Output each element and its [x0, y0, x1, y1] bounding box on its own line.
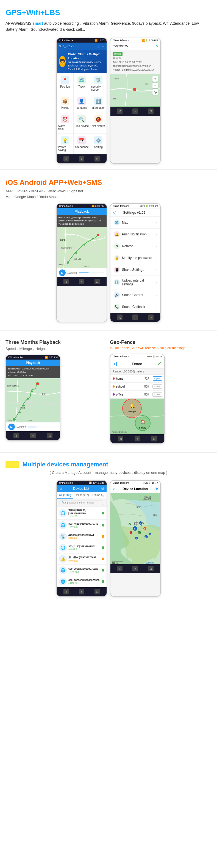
svg-text:深圳市龙华区: 深圳市龙华区 [7, 385, 19, 387]
app-banner: 🧒 Global Skinds Multiple Location GPS/WI… [57, 50, 106, 73]
svg-point-21 [23, 405, 25, 406]
grid-item-powersaving[interactable]: 💡 Power saving [57, 133, 73, 154]
nav-home-8[interactable]: ○ [132, 566, 138, 571]
svg-text:亚洲: 亚洲 [144, 496, 151, 500]
section4-sub: ( Creat a Manage Account，manage many dev… [5, 470, 212, 475]
nav-back-8[interactable]: ◁ [117, 566, 123, 571]
grid-item-notdisturb[interactable]: 🔕 Not disturb [90, 112, 106, 133]
settings-sound-callback[interactable]: 📞 Sound Callback › [111, 301, 160, 313]
tab-all[interactable]: All (1000) [57, 492, 73, 499]
nav-home[interactable]: ○ [79, 156, 84, 161]
device-status-dot-2 [102, 524, 104, 527]
nav-recent-3[interactable]: □ [94, 279, 100, 284]
svg-text:百度地图: 百度地图 [146, 562, 154, 564]
settings-upload-interval[interactable]: ⬆️ Upload interval settings › [111, 276, 160, 289]
device-search-input[interactable]: 🔍 input account/imei number [59, 500, 104, 505]
nav-back[interactable]: ◁ [63, 156, 69, 161]
device-item-3[interactable]: 📡 449838[359390075744 38% 稳上 [57, 531, 106, 542]
map-zoom-in[interactable]: ＋ [152, 76, 158, 82]
fence-rows: home 727 Open school 500 Close office 50… [111, 375, 164, 399]
nav-recent-8[interactable]: □ [148, 566, 154, 571]
phone1-statusbar: China Mobile 📶 18:03 [57, 38, 106, 42]
settings-modify-password[interactable]: 🔒 Modify the password › [111, 252, 160, 264]
map-zoom-out[interactable]: － [152, 83, 158, 88]
svg-rect-61 [112, 561, 123, 561]
fence-dot-school [113, 385, 115, 388]
app-grid: 📍 Position 🗺️ Track 🛡️ security scope 📦 … [57, 73, 106, 154]
device-list-header: ◁ Device List All [57, 485, 106, 492]
nav-recent-5[interactable]: □ [47, 433, 53, 438]
device-status-dot-6 [102, 569, 104, 571]
nav-home-7[interactable]: ○ [79, 589, 84, 594]
nav-home-5[interactable]: ○ [30, 433, 36, 438]
gps-map-area: 📍 N597 363 500m ＋ － ◎ [111, 74, 160, 107]
device-status-dot-1 [102, 512, 104, 515]
svg-text:4: 4 [144, 528, 145, 530]
settings-refresh[interactable]: ↻ Refresh › [111, 240, 160, 252]
section-gps-wifi-lbs: GPS+Wifi+LBS APP/Web/SMS smart auto voic… [0, 0, 217, 169]
grid-item-alarm[interactable]: ⏰ Alarm clock [57, 112, 73, 133]
phone8-statusbar: China Telecom 45%🔋 16:47 [111, 481, 160, 485]
nav-back-2[interactable]: ◁ [117, 108, 123, 114]
device-item-1[interactable]: 🌐 海哥3 [国营203] [359339075796 100% 稳上 [57, 507, 106, 520]
grid-item-contacts[interactable]: 👤 contacts [73, 94, 90, 112]
grid-item-setting[interactable]: ⚙️ Setting [90, 133, 106, 154]
fence-close-office[interactable]: Close [152, 392, 162, 397]
map-locate[interactable]: ◎ [152, 89, 158, 95]
section1-title: GPS+Wifi+LBS [5, 8, 212, 17]
phone5-navbar: ◁ ○ □ [6, 431, 60, 440]
svg-text:龙华: 龙华 [42, 393, 45, 395]
grid-item-position[interactable]: 📍 Position [57, 73, 73, 94]
phone2-statusbar: China Telecom 📶🔋 4:08 PM [111, 38, 160, 43]
fence-dot-home [113, 377, 115, 380]
device-item-6[interactable]: 🌐 620_29682③59339075529 100% 稳上 [57, 565, 106, 576]
phone6-statusbar: China Telecom 92%🔋 14:27 [111, 354, 164, 359]
nav-back-3[interactable]: ◁ [63, 279, 69, 284]
nav-home-4[interactable]: ○ [132, 314, 138, 320]
nav-back-5[interactable]: ◁ [13, 433, 19, 438]
svg-text:龙华镇: 龙华镇 [59, 239, 66, 241]
device-location-map: 亚洲 蒙古 韩国 中华 5 3 2 1 4 [111, 493, 160, 564]
section2-phones-row: China Mobile 📶 3:09 PM Playback device: … [5, 203, 212, 322]
nav-home-6[interactable]: ○ [134, 436, 140, 441]
settings-shake[interactable]: 📳 Shake Settings › [111, 264, 160, 276]
settings-push-notification[interactable]: 🔔 Push Notification › [111, 228, 160, 240]
svg-point-24 [36, 382, 39, 385]
nav-recent-4[interactable]: □ [148, 314, 154, 320]
nav-recent[interactable]: □ [94, 156, 100, 161]
play-button[interactable]: ▶ [59, 270, 66, 276]
nav-back-6[interactable]: ◁ [118, 436, 123, 441]
grid-item-pickup[interactable]: 📦 Pickup [57, 94, 73, 112]
security-icon: 🛡️ [94, 76, 102, 84]
grid-item-find[interactable]: 🔍 Find device [73, 112, 90, 133]
nav-recent-7[interactable]: □ [94, 589, 100, 594]
device-item-4[interactable]: 🌐 353_4143[359399075741 96% 稳上 [57, 542, 106, 554]
lock-icon: 🔒 [114, 255, 120, 261]
device-item-5[interactable]: ⚠️ 第一组— [359339075697 22% 稳上 [57, 554, 106, 565]
fence-close-school[interactable]: Close [152, 384, 162, 389]
grid-item-track[interactable]: 🗺️ Track [73, 73, 90, 94]
settings-map[interactable]: 🗺️ Map › [111, 217, 160, 228]
device-item-7[interactable]: 🌐 620_282906③59339075528 100% 稳上 [57, 576, 106, 587]
svg-text:500m: 500m [113, 98, 117, 100]
device-icon-5: ⚠️ [59, 555, 67, 563]
device-item-2[interactable]: 🌐 303_4621③359339075746 75% 稳上 [57, 520, 106, 531]
nav-back-4[interactable]: ◁ [117, 314, 123, 320]
settings-sound-control[interactable]: 🔊 Sound Control › [111, 289, 160, 301]
play-button-3[interactable]: ▶ [8, 424, 15, 430]
nav-home-3[interactable]: ○ [79, 279, 84, 284]
tab-online[interactable]: Online(997) [73, 492, 90, 499]
col-geofence: Geo-Fence In/Out Fence，APP will receive … [110, 340, 212, 444]
svg-text:🏠: 🏠 [141, 420, 146, 424]
playback-map: 龙华镇 深圳市宝安区 合和大厦 100m 500m [57, 227, 106, 268]
grid-item-security[interactable]: 🛡️ security scope [90, 73, 106, 94]
grid-item-information[interactable]: ℹ️ Information [90, 94, 106, 112]
fence-open-home[interactable]: Open [153, 376, 162, 381]
grid-item-attendance[interactable]: 📅 Attendance [73, 133, 90, 154]
tab-offline[interactable]: Offline (3) [90, 492, 106, 499]
nav-back-7[interactable]: ◁ [63, 589, 69, 594]
nav-home-2[interactable]: ○ [132, 108, 138, 114]
nav-recent-6[interactable]: □ [151, 436, 157, 441]
nav-recent-2[interactable]: □ [148, 108, 154, 114]
device-search-area: 🔍 input account/imei number [57, 499, 106, 507]
